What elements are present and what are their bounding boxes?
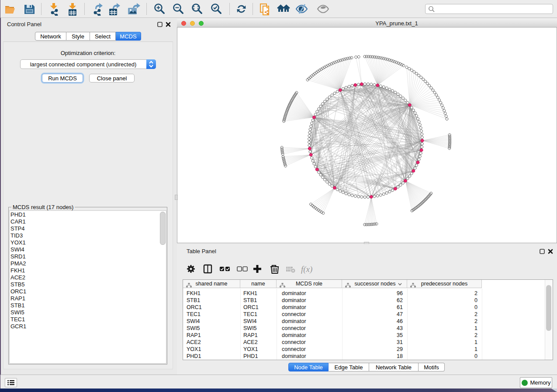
svg-text:f(x): f(x) (301, 265, 312, 274)
